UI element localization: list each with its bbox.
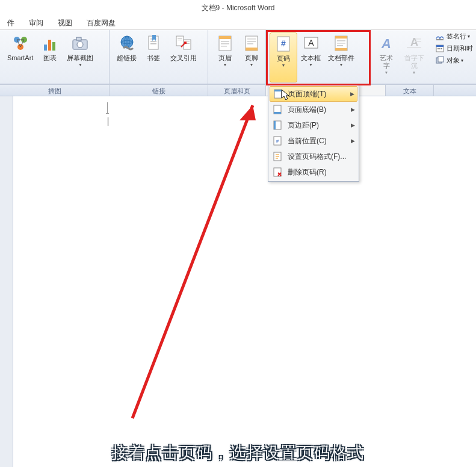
svg-rect-7 [48,40,51,51]
calendar-icon [435,43,445,53]
chevron-down-icon: ▼ [78,63,82,67]
menu-remove[interactable]: 删除页码(R) [270,164,357,180]
menu-item[interactable]: 百度网盘 [79,16,123,29]
ribbon: SmartArt 图表 屏幕截图 ▼ 超链接 书签 交叉引用 页眉 [0,30,476,84]
group-label-illustration: 插图 [0,85,110,96]
svg-rect-33 [247,43,253,45]
remove-icon [272,167,283,178]
wordart-icon: A [377,34,396,53]
submenu-arrow-icon: ▶ [351,138,355,144]
label: SmartArt [7,54,33,62]
label: 图表 [43,54,57,62]
header-icon [215,34,235,53]
menu-item[interactable]: 件 [0,16,22,29]
group-label-text: 文本 [386,85,434,96]
textbox-button[interactable]: A 文本框 ▼ [297,32,324,82]
header-button[interactable]: 页眉 ▼ [212,32,238,82]
label: 页码 [277,55,290,63]
svg-text:A: A [381,36,391,51]
svg-rect-26 [221,41,229,42]
chevron-down-icon: ▼ [250,63,254,67]
pagenum-button[interactable]: # 页码 ▼ [270,32,297,82]
menu-item[interactable]: 视图 [51,16,79,29]
label: 书签 [147,54,160,62]
hyperlink-button[interactable]: 超链接 [113,32,140,82]
label: 日期和时 [447,44,473,53]
chevron-down-icon: ▼ [412,70,416,75]
wordart-button[interactable]: A 艺术字 ▼ [373,32,400,82]
camera-icon [70,34,90,53]
label: 超链接 [117,54,137,62]
menu-bottom[interactable]: 页面底端(B) ▶ [270,102,357,117]
datetime-button[interactable]: 日期和时 [433,42,476,54]
bookmark-button[interactable]: 书签 [140,32,167,82]
svg-rect-32 [247,41,256,42]
svg-rect-54 [441,48,442,49]
chevron-down-icon: ▼ [309,63,313,67]
svg-rect-21 [178,40,182,40]
chevron-down-icon: ▼ [385,70,389,75]
docparts-button[interactable]: 文档部件 ▼ [324,32,358,82]
svg-text:A: A [308,38,314,48]
svg-rect-18 [176,36,184,46]
svg-rect-56 [438,57,444,62]
svg-text:#: # [276,138,279,144]
svg-rect-51 [436,45,444,47]
smartart-button[interactable]: SmartArt [4,32,37,82]
text-cursor [108,117,108,126]
submenu-arrow-icon: ▶ [350,91,354,97]
group-label-headerfooter: 页眉和页 [208,85,266,96]
chevron-down-icon: ▼ [282,63,286,67]
chevron-down-icon: ▼ [223,63,227,67]
menu-current[interactable]: # 当前位置(C) ▶ [270,133,357,149]
chart-button[interactable]: 图表 [37,32,63,82]
label: 文本框 [301,54,321,62]
smartart-icon [11,34,30,53]
submenu-arrow-icon: ▶ [351,122,355,128]
side-panel: 签名行▾ 日期和时 对象▾ [433,30,476,66]
svg-rect-62 [274,121,276,129]
ruler-margin [0,96,13,467]
crossref-button[interactable]: 交叉引用 [167,32,200,82]
dropcap-button[interactable]: A 首字下沉 ▼ [400,32,428,82]
label: 文档部件 [328,54,354,62]
menu-margin[interactable]: 页边距(P) ▶ [270,117,357,133]
svg-rect-40 [337,40,345,42]
label: 页面底端(B) [288,105,326,115]
object-button[interactable]: 对象▾ [433,54,476,66]
menu-item[interactable]: 审阅 [22,16,51,29]
label: 页边距(P) [288,120,319,131]
screenshot-button[interactable]: 屏幕截图 ▼ [63,32,97,82]
footer-button[interactable]: 页脚 ▼ [238,32,265,82]
page-icon: # [272,135,283,146]
label: 删除页码(R) [288,167,327,178]
label: 屏幕截图 [67,54,93,62]
format-icon [272,151,283,162]
svg-text:A: A [410,36,418,48]
label: 交叉引用 [170,54,197,62]
svg-rect-17 [150,43,156,45]
globe-icon [117,34,137,53]
svg-rect-11 [76,37,81,40]
menu-top[interactable]: 页面顶端(T) ▶ [270,86,357,102]
pagenum-dropdown: 页面顶端(T) ▶ 页面底端(B) ▶ 页边距(P) ▶ # 当前位置(C) ▶… [268,84,359,182]
svg-rect-8 [52,42,55,51]
label: 页脚 [245,54,258,62]
chart-icon [40,34,60,53]
footer-icon [242,34,261,53]
menu-format[interactable]: 设置页码格式(F)... [270,149,357,164]
svg-rect-27 [221,43,229,45]
crossref-icon [174,34,193,53]
caption-bar: 接着点击页码，选择设置页码格式 [0,438,476,467]
label: 页面顶端(T) [288,89,326,99]
svg-text:#: # [281,39,286,48]
caption-text: 接着点击页码，选择设置页码格式 [112,442,365,463]
svg-rect-28 [221,46,227,47]
svg-rect-16 [150,41,156,42]
svg-point-10 [77,42,83,48]
document-area[interactable] [0,96,476,467]
signature-button[interactable]: 签名行▾ [433,30,476,42]
svg-rect-53 [439,48,440,49]
label: 当前位置(C) [288,136,327,146]
svg-rect-46 [415,39,421,40]
